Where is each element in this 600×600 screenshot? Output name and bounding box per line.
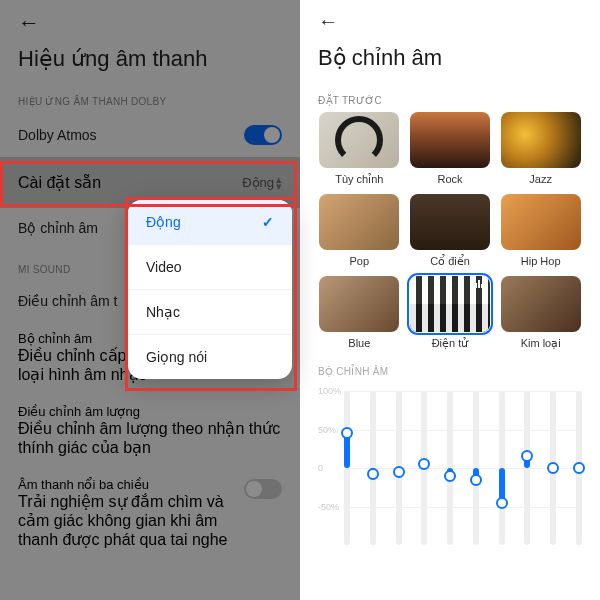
eq-area: 100%50%0-50% xyxy=(318,383,582,553)
dropdown-item[interactable]: Nhạc xyxy=(128,290,292,335)
equalizer-screen: ← Bộ chỉnh âm ĐẶT TRƯỚC Tùy chỉnhRockJaz… xyxy=(300,0,600,600)
preset-thumbnail xyxy=(319,194,399,250)
preset-tile-label: Rock xyxy=(437,173,462,185)
eq-knob[interactable] xyxy=(496,497,508,509)
check-icon: ✓ xyxy=(262,214,274,230)
dropdown-item-label: Giọng nói xyxy=(146,349,207,365)
preset-tile[interactable]: Cổ điển xyxy=(409,194,492,268)
back-icon[interactable]: ← xyxy=(300,0,600,37)
surround-toggle-off[interactable] xyxy=(244,479,282,499)
eq-slider[interactable] xyxy=(524,391,530,545)
preset-thumbnail xyxy=(319,276,399,332)
dropdown-item[interactable]: Video xyxy=(128,245,292,290)
eq-slider[interactable] xyxy=(370,391,376,545)
eq-slider[interactable] xyxy=(499,391,505,545)
eq-knob[interactable] xyxy=(547,462,559,474)
presets-grid: Tùy chỉnhRockJazzPopCổ điểnHip HopBlueĐi… xyxy=(300,112,600,350)
preset-thumbnail xyxy=(410,112,490,168)
eq-grid-label: 50% xyxy=(318,425,336,435)
presets-section-label: ĐẶT TRƯỚC xyxy=(300,89,600,112)
preset-tile-label: Blue xyxy=(348,337,370,349)
eq-grid-label: -50% xyxy=(318,502,339,512)
eq-badge-icon xyxy=(475,280,486,288)
eq-grid-label: 0 xyxy=(318,463,323,473)
eq-knob[interactable] xyxy=(367,468,379,480)
section-dolby-label: HIỆU ỨNG ÂM THANH DOLBY xyxy=(0,90,300,113)
eq-slider[interactable] xyxy=(447,391,453,545)
surround-sub: Trải nghiệm sự đắm chìm và cảm giác khôn… xyxy=(18,492,236,549)
preset-thumbnail xyxy=(319,112,399,168)
surround-label: Âm thanh nổi ba chiều xyxy=(18,477,236,492)
eq-slider[interactable] xyxy=(576,391,582,545)
preset-tile-label: Kim loại xyxy=(521,337,561,350)
dropdown-item[interactable]: Động✓ xyxy=(128,200,292,245)
preset-tile[interactable]: Blue xyxy=(318,276,401,350)
dropdown-item[interactable]: Giọng nói xyxy=(128,335,292,379)
dolby-atmos-row[interactable]: Dolby Atmos xyxy=(0,113,300,157)
preset-tile[interactable]: Jazz xyxy=(499,112,582,186)
eq-knob[interactable] xyxy=(470,474,482,486)
preset-thumbnail xyxy=(501,112,581,168)
preset-tile[interactable]: Kim loại xyxy=(499,276,582,350)
preset-thumbnail xyxy=(501,276,581,332)
eq-section-label: BỘ CHỈNH ÂM xyxy=(318,366,582,377)
eq-slider[interactable] xyxy=(421,391,427,545)
preset-thumbnail xyxy=(410,276,490,332)
preset-value: Động xyxy=(242,175,274,190)
dropdown-item-label: Nhạc xyxy=(146,304,180,320)
preset-tile-label: Pop xyxy=(350,255,370,267)
adjust-sound-label: Điều chỉnh âm t xyxy=(18,293,117,309)
sound-effects-screen: ← Hiệu ứng âm thanh HIỆU ỨNG ÂM THANH DO… xyxy=(0,0,300,600)
preset-tile[interactable]: Điện tử xyxy=(409,276,492,350)
preset-tile-label: Cổ điển xyxy=(430,255,470,268)
eq-knob[interactable] xyxy=(418,458,430,470)
eq-knob[interactable] xyxy=(521,450,533,462)
preset-thumbnail xyxy=(410,194,490,250)
surround-row[interactable]: Âm thanh nổi ba chiều Trải nghiệm sự đắm… xyxy=(0,467,300,559)
eq-grid-label: 100% xyxy=(318,386,341,396)
eq-knob[interactable] xyxy=(341,427,353,439)
volume-sub: Điều chỉnh âm lượng theo nhận thức thính… xyxy=(18,419,282,457)
preset-dropdown: Động✓VideoNhạcGiọng nói xyxy=(128,200,292,379)
eq-knob[interactable] xyxy=(393,466,405,478)
eq-slider[interactable] xyxy=(473,391,479,545)
preset-thumbnail xyxy=(501,194,581,250)
eq-slider[interactable] xyxy=(550,391,556,545)
back-icon[interactable]: ← xyxy=(0,0,300,40)
volume-label: Điều chỉnh âm lượng xyxy=(18,404,282,419)
preset-tile[interactable]: Tùy chỉnh xyxy=(318,112,401,186)
preset-tile-label: Jazz xyxy=(529,173,552,185)
volume-row[interactable]: Điều chỉnh âm lượng Điều chỉnh âm lượng … xyxy=(0,394,300,467)
eq-knob[interactable] xyxy=(444,470,456,482)
dolby-atmos-label: Dolby Atmos xyxy=(18,127,97,143)
dropdown-item-label: Video xyxy=(146,259,182,275)
preset-tile-label: Điện tử xyxy=(432,337,469,350)
equalizer-label: Bộ chỉnh âm xyxy=(18,220,98,236)
preset-tile[interactable]: Hip Hop xyxy=(499,194,582,268)
preset-tile[interactable]: Rock xyxy=(409,112,492,186)
page-title: Hiệu ứng âm thanh xyxy=(0,40,300,90)
dolby-toggle-on[interactable] xyxy=(244,125,282,145)
chevron-updown-icon: ▴▾ xyxy=(276,176,282,189)
dropdown-item-label: Động xyxy=(146,214,181,230)
preset-tile-label: Tùy chỉnh xyxy=(335,173,383,186)
preset-label: Cài đặt sẵn xyxy=(18,173,101,192)
page-title: Bộ chỉnh âm xyxy=(300,37,600,89)
eq-slider[interactable] xyxy=(396,391,402,545)
preset-tile[interactable]: Pop xyxy=(318,194,401,268)
preset-tile-label: Hip Hop xyxy=(521,255,561,267)
eq-slider[interactable] xyxy=(344,391,350,545)
eq-knob[interactable] xyxy=(573,462,585,474)
